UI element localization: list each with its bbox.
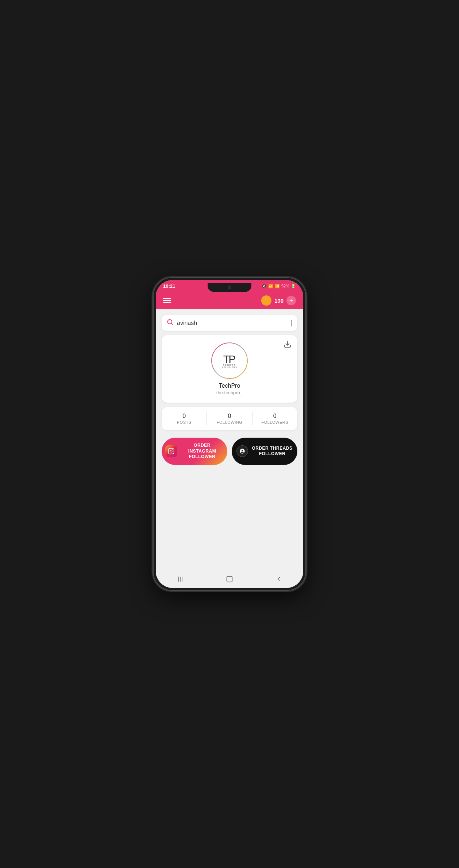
coin-icon [261,295,271,306]
coins-area: 100 + [261,295,296,306]
svg-point-4 [170,450,172,452]
back-button[interactable] [275,576,282,583]
status-right-icons: 🔇 📶 📶 52% 🔋 [262,284,296,288]
download-button[interactable] [284,340,292,350]
coin-count: 100 [274,298,284,304]
recent-apps-button[interactable] [177,576,184,583]
following-label: FOLLOWING [207,420,252,425]
notch [208,283,251,292]
bottom-navigation [156,572,303,588]
camera-dot [228,286,231,289]
instagram-icon [165,445,177,457]
profile-card: T P TECHPRO SOLUTIONS TechPro the.techpr… [162,335,297,403]
svg-rect-3 [169,449,174,454]
threads-icon [236,445,248,457]
instagram-button-label: ORDER INSTAGRAMFOLLOWER [181,443,224,460]
home-button[interactable] [226,576,233,583]
followers-label: FOLLOWERS [252,420,297,425]
wifi-icon: 📶 [268,284,273,288]
followers-count: 0 [252,413,297,419]
svg-line-1 [171,323,172,324]
search-bar[interactable]: avinash [162,315,297,331]
posts-label: POSTS [162,420,207,425]
search-input[interactable]: avinash [177,320,288,326]
brand-logo: T P TECHPRO SOLUTIONS [222,353,237,368]
profile-name: TechPro [219,383,240,389]
following-count: 0 [207,413,252,419]
stat-following: 0 FOLLOWING [207,413,252,425]
profile-avatar: T P TECHPRO SOLUTIONS [211,342,248,379]
text-cursor [292,320,292,326]
order-threads-follower-button[interactable]: ORDER THREADSFOLLOWER [232,438,297,465]
battery-icon: 🔋 [291,284,296,288]
menu-button[interactable] [163,298,171,303]
phone-frame: 10:21 🔇 📶 📶 52% 🔋 100 + [153,277,306,591]
search-icon [167,319,173,327]
signal-icon: 📶 [275,284,280,288]
profile-handle: the.techpro_ [216,390,243,395]
stat-followers: 0 FOLLOWERS [252,413,297,425]
stats-card: 0 POSTS 0 FOLLOWING 0 FOLLOWERS [162,407,297,430]
add-coins-button[interactable]: + [286,296,296,305]
status-time: 10:21 [163,283,175,289]
action-buttons: ORDER INSTAGRAMFOLLOWER ORDER THREADSFOL… [162,438,297,465]
svg-rect-9 [227,577,232,582]
order-instagram-follower-button[interactable]: ORDER INSTAGRAMFOLLOWER [162,438,227,465]
phone-screen: 10:21 🔇 📶 📶 52% 🔋 100 + [156,280,303,588]
app-header: 100 + [156,292,303,309]
stat-posts: 0 POSTS [162,413,207,425]
battery-percent: 52% [281,284,289,288]
posts-count: 0 [162,413,207,419]
empty-content-area [162,472,297,545]
app-content: avinash T P T [156,309,303,572]
mute-icon: 🔇 [262,284,267,288]
threads-button-label: ORDER THREADSFOLLOWER [252,446,292,457]
svg-point-5 [172,450,173,450]
